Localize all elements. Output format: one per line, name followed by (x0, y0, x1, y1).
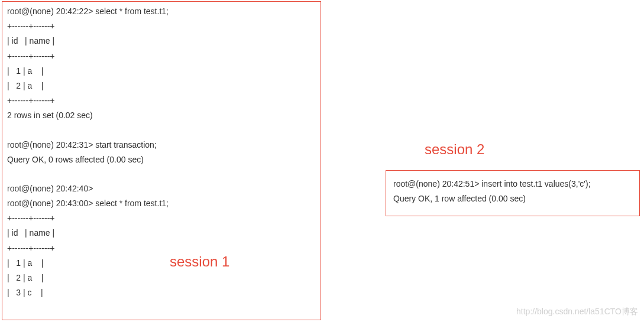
watermark-text: http://blog.csdn.net/la51CTO博客 (516, 307, 638, 317)
session-2-terminal: root@(none) 20:42:51> insert into test.t… (386, 170, 640, 216)
terminal-line: 2 rows in set (0.02 sec) (7, 108, 316, 123)
terminal-line: +------+------+ (7, 241, 316, 256)
terminal-line: root@(none) 20:42:22> select * from test… (7, 4, 316, 19)
terminal-line: Query OK, 0 rows affected (0.00 sec) (7, 152, 316, 167)
session-1-label: session 1 (170, 253, 229, 270)
terminal-line: | 2 | a | (7, 79, 316, 93)
terminal-line: | 2 | a | (7, 271, 316, 285)
terminal-line: | 1 | a | (7, 256, 316, 271)
terminal-line: Query OK, 1 row affected (0.00 sec) (393, 191, 632, 206)
terminal-blank (7, 167, 316, 181)
terminal-blank (7, 123, 316, 138)
terminal-line: root@(none) 20:43:00> select * from test… (7, 196, 316, 211)
terminal-line: root@(none) 20:42:31> start transaction; (7, 138, 316, 152)
terminal-line: +------+------+ (7, 93, 316, 108)
session-2-label: session 2 (425, 141, 484, 158)
terminal-line: +------+------+ (7, 49, 316, 64)
terminal-line: root@(none) 20:42:40> (7, 181, 316, 196)
terminal-line: +------+------+ (7, 19, 316, 34)
terminal-line: | 3 | c | (7, 285, 316, 300)
session-1-terminal: root@(none) 20:42:22> select * from test… (2, 1, 321, 320)
terminal-line: +------+------+ (7, 211, 316, 226)
terminal-line: root@(none) 20:42:51> insert into test.t… (393, 177, 632, 191)
terminal-line: | id | name | (7, 34, 316, 48)
terminal-line: | id | name | (7, 226, 316, 240)
terminal-line: | 1 | a | (7, 64, 316, 79)
